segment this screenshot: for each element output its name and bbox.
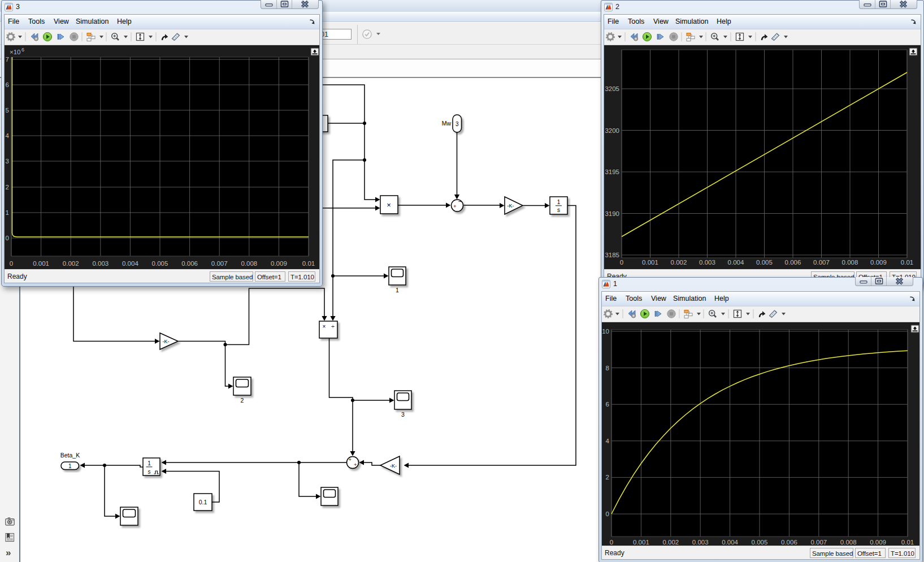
svg-text:×: ×	[387, 201, 391, 209]
svg-text:0.008: 0.008	[840, 539, 857, 546]
svg-text:0.001: 0.001	[633, 539, 649, 546]
svg-text:0.007: 0.007	[813, 259, 830, 266]
svg-text:0.008: 0.008	[842, 259, 858, 266]
svg-text:0.006: 0.006	[181, 260, 198, 267]
svg-text:0.005: 0.005	[152, 260, 168, 267]
svg-text:0.002: 0.002	[671, 259, 687, 266]
svg-text:8: 8	[606, 365, 609, 371]
svg-text:2: 2	[241, 397, 244, 404]
svg-text:4: 4	[606, 438, 610, 444]
svg-text:0.001: 0.001	[33, 260, 49, 267]
svg-text:0.002: 0.002	[63, 260, 79, 267]
svg-text:10: 10	[602, 328, 609, 335]
svg-text:0.006: 0.006	[785, 259, 801, 266]
svg-text:0.003: 0.003	[699, 259, 715, 266]
svg-text:−: −	[458, 198, 462, 205]
svg-text:0.004: 0.004	[722, 539, 738, 546]
svg-text:0.008: 0.008	[241, 260, 257, 267]
svg-text:1: 1	[6, 209, 9, 216]
svg-text:0.001: 0.001	[642, 259, 658, 266]
svg-text:s: s	[557, 207, 560, 213]
svg-text:s: s	[148, 469, 151, 475]
svg-text:-K-: -K-	[163, 339, 170, 344]
svg-text:3: 3	[6, 158, 9, 165]
svg-text:-K-: -K-	[390, 463, 397, 469]
svg-text:6: 6	[6, 81, 9, 88]
svg-text:3: 3	[456, 121, 459, 127]
svg-text:1: 1	[148, 460, 151, 466]
svg-text:-K-: -K-	[507, 203, 514, 209]
svg-text:0.01: 0.01	[901, 539, 914, 546]
svg-text:3205: 3205	[605, 85, 619, 92]
svg-text:0.002: 0.002	[662, 539, 679, 546]
svg-text:6: 6	[21, 47, 24, 53]
svg-text:+: +	[354, 461, 357, 468]
svg-text:×10: ×10	[10, 49, 21, 55]
svg-text:0.007: 0.007	[211, 260, 228, 267]
svg-text:0.004: 0.004	[728, 259, 744, 266]
svg-text:0.01: 0.01	[302, 260, 315, 267]
svg-text:÷: ÷	[331, 323, 335, 330]
svg-text:+: +	[349, 456, 352, 462]
svg-text:0.006: 0.006	[781, 539, 797, 546]
svg-text:0.009: 0.009	[271, 260, 287, 267]
svg-text:0.007: 0.007	[810, 539, 827, 546]
svg-text:Beta_K: Beta_K	[60, 452, 80, 459]
svg-text:3185: 3185	[605, 252, 619, 258]
svg-text:0.01: 0.01	[901, 259, 913, 266]
svg-text:4: 4	[6, 132, 10, 139]
svg-text:0: 0	[606, 511, 609, 517]
svg-text:1: 1	[557, 199, 561, 205]
svg-text:0.003: 0.003	[692, 539, 709, 546]
svg-text:3: 3	[401, 411, 405, 418]
svg-text:7: 7	[6, 56, 9, 63]
svg-text:0.005: 0.005	[752, 539, 768, 546]
svg-text:2: 2	[6, 184, 9, 191]
svg-text:1: 1	[396, 287, 399, 293]
svg-text:0: 0	[6, 235, 9, 241]
svg-text:+: +	[453, 203, 457, 209]
svg-text:6: 6	[606, 401, 609, 408]
svg-text:×: ×	[323, 323, 326, 330]
svg-text:0: 0	[610, 539, 613, 546]
svg-text:3190: 3190	[605, 210, 619, 217]
svg-text:0.004: 0.004	[122, 260, 138, 267]
svg-text:0.003: 0.003	[92, 260, 109, 267]
svg-text:0.005: 0.005	[756, 259, 773, 266]
svg-text:0: 0	[10, 260, 13, 267]
svg-text:Mw: Mw	[442, 120, 452, 127]
svg-text:0: 0	[620, 259, 623, 266]
svg-text:0.009: 0.009	[870, 539, 886, 546]
svg-text:2: 2	[606, 474, 609, 481]
svg-text:5: 5	[6, 107, 9, 114]
svg-text:0.1: 0.1	[199, 499, 207, 505]
svg-text:3200: 3200	[605, 127, 619, 134]
svg-text:3195: 3195	[605, 168, 619, 175]
svg-text:1: 1	[68, 463, 72, 469]
svg-text:0.009: 0.009	[870, 259, 887, 266]
